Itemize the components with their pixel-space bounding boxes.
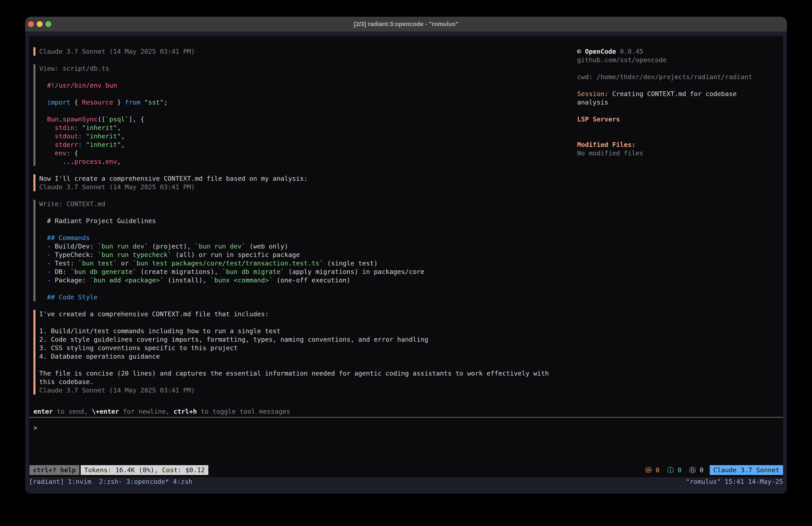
- status-bar: ctrl+? help Tokens: 16.4K (8%), Cost: $0…: [29, 465, 783, 475]
- terminal-line: Claude 3.7 Sonnet (14 May 2025 03:41 PM): [39, 47, 553, 56]
- terminal-line: - Test: `bun test` or `bun test packages…: [39, 259, 553, 268]
- terminal-line: The file is concise (20 lines) and captu…: [39, 369, 553, 386]
- terminal-window: [2/3] radiant:3:opencode - "romulus" Cla…: [25, 17, 787, 494]
- terminal-line: stderr: "inherit",: [39, 140, 553, 149]
- terminal-line: Now I'll create a comprehensive CONTEXT.…: [39, 174, 553, 183]
- terminal-line: import { Resource } from "sst";: [39, 98, 553, 106]
- terminal-line: [39, 318, 553, 327]
- message-block-assistant: I've created a comprehensive CONTEXT.md …: [33, 310, 553, 395]
- input-divider: [29, 417, 783, 418]
- terminal-line: - Build/Dev: `bun run dev` (project), `b…: [39, 242, 553, 251]
- message-block-assistant: Now I'll create a comprehensive CONTEXT.…: [33, 174, 553, 191]
- terminal-line: ...process.env,: [39, 157, 553, 166]
- terminal-line: View: script/db.ts: [39, 64, 553, 73]
- help-shortcut-chip[interactable]: ctrl+? help: [29, 465, 79, 475]
- desktop-background: [2/3] radiant:3:opencode - "romulus" Cla…: [0, 0, 812, 526]
- terminal-line: stdout: "inherit",: [39, 132, 553, 140]
- terminal-line: ## Code Style: [39, 293, 553, 301]
- terminal-line: 4. Database operations guidance: [39, 352, 553, 360]
- terminal-content: Claude 3.7 Sonnet (14 May 2025 03:41 PM)…: [25, 32, 787, 494]
- terminal-line: [577, 106, 770, 115]
- terminal-line: [577, 124, 770, 132]
- prompt-symbol: >: [33, 424, 37, 431]
- terminal-line: LSP Servers: [577, 115, 770, 124]
- terminal-line: Claude 3.7 Sonnet (14 May 2025 03:41 PM): [39, 386, 553, 395]
- diagnostics-counters: ⓦ 0 ⓘ 0 ⓗ 0: [645, 466, 704, 474]
- message-block-assistant-header: Claude 3.7 Sonnet (14 May 2025 03:41 PM): [33, 47, 553, 56]
- terminal-line: [39, 284, 553, 293]
- message-block-tool-write: Write: CONTEXT.md # Radiant Project Guid…: [33, 200, 553, 301]
- prompt-input[interactable]: >: [33, 424, 779, 432]
- terminal-line: [39, 208, 553, 217]
- sidebar: © OpenCode 0.0.45github.com/sst/opencode…: [577, 47, 779, 407]
- terminal-line: [39, 89, 553, 98]
- terminal-line: [39, 73, 553, 81]
- window-title: [2/3] radiant:3:opencode - "romulus": [25, 21, 787, 28]
- terminal-line: [39, 106, 553, 115]
- terminal-line: Write: CONTEXT.md: [39, 200, 553, 208]
- opencode-tui: Claude 3.7 Sonnet (14 May 2025 03:41 PM)…: [29, 36, 783, 477]
- tmux-session-clock: "romulus" 15:41 14-May-25: [686, 478, 783, 485]
- terminal-line: No modified files: [577, 149, 770, 157]
- terminal-line: I've created a comprehensive CONTEXT.md …: [39, 310, 553, 318]
- window-titlebar[interactable]: [2/3] radiant:3:opencode - "romulus": [25, 17, 787, 32]
- tokens-cost-chip: Tokens: 16.4K (8%), Cost: $0.12: [81, 465, 208, 475]
- terminal-line: [577, 81, 770, 89]
- terminal-line: [577, 132, 770, 140]
- tmux-window-list[interactable]: [radiant] 1:nvim 2:zsh- 3:opencode* 4:zs…: [29, 478, 192, 485]
- terminal-line: Bun.spawnSync([`psql`], {: [39, 115, 553, 124]
- terminal-line: 1. Build/lint/test commands including ho…: [39, 327, 553, 335]
- terminal-line: [39, 360, 553, 369]
- terminal-line: env: {: [39, 149, 553, 157]
- terminal-line: - TypeCheck: `bun run typecheck` (all) o…: [39, 251, 553, 259]
- terminal-line: cwd: /home/thdxr/dev/projects/radiant/ra…: [577, 73, 770, 81]
- terminal-line: [39, 225, 553, 233]
- terminal-line: 2. Code style guidelines covering import…: [39, 335, 553, 344]
- model-badge[interactable]: Claude 3.7 Sonnet: [710, 465, 783, 475]
- terminal-line: - Package: `bun add <package>` (install)…: [39, 276, 553, 284]
- empty-space: [33, 432, 779, 465]
- terminal-line: #!/usr/bin/env bun: [39, 81, 553, 89]
- tui-main: Claude 3.7 Sonnet (14 May 2025 03:41 PM)…: [33, 47, 779, 407]
- terminal-line: github.com/sst/opencode: [577, 56, 770, 64]
- input-hint: enter to send, \+enter for newline, ctrl…: [33, 407, 779, 416]
- message-block-tool-view: View: script/db.ts #!/usr/bin/env bun im…: [33, 64, 553, 166]
- terminal-line: 3. CSS styling conventions specific to t…: [39, 344, 553, 352]
- terminal-line: [577, 64, 770, 73]
- terminal-line: # Radiant Project Guidelines: [39, 217, 553, 225]
- terminal-line: stdin: "inherit",: [39, 124, 553, 132]
- tmux-status-bar: [radiant] 1:nvim 2:zsh- 3:opencode* 4:zs…: [29, 477, 783, 486]
- terminal-line: Session: Creating CONTEXT.md for codebas…: [577, 89, 770, 106]
- terminal-line: - DB: `bun db generate` (create migratio…: [39, 268, 553, 276]
- terminal-line: Modified Files:: [577, 140, 770, 149]
- terminal-line: ## Commands: [39, 233, 553, 242]
- terminal-line: Claude 3.7 Sonnet (14 May 2025 03:41 PM): [39, 183, 553, 191]
- terminal-line: © OpenCode 0.0.45: [577, 47, 770, 56]
- chat-area: Claude 3.7 Sonnet (14 May 2025 03:41 PM)…: [33, 47, 553, 407]
